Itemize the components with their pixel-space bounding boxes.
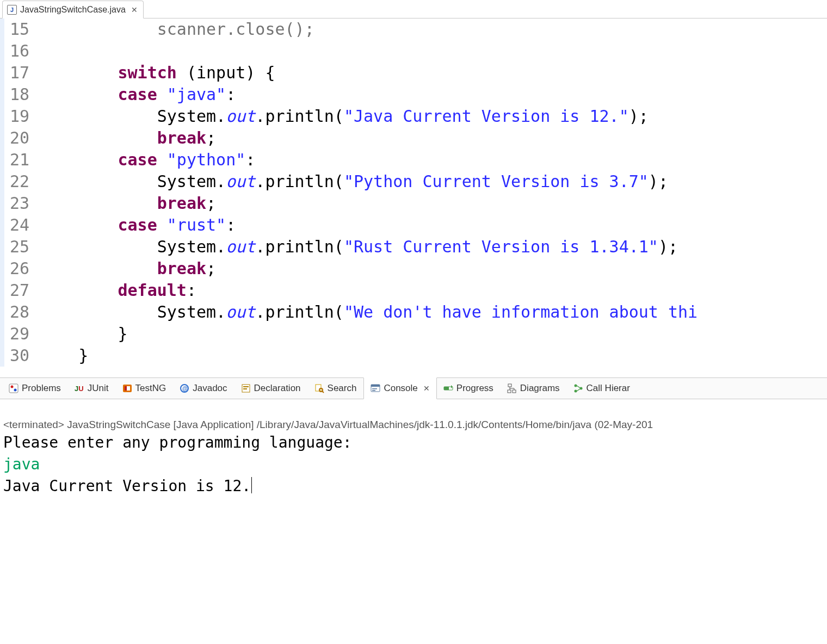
svg-rect-16 <box>371 385 380 387</box>
code-content[interactable]: System.out.println("Python Current Versi… <box>39 171 668 193</box>
svg-rect-17 <box>372 388 377 389</box>
line-number: 21 <box>0 149 39 171</box>
junit-icon: JU <box>75 383 84 393</box>
code-content[interactable]: scanner.close(); <box>39 18 314 40</box>
svg-rect-23 <box>508 390 511 393</box>
line-number: 26 <box>0 258 39 280</box>
console-line: Java Current Version is 12. <box>3 475 824 497</box>
code-line[interactable]: 20 break; <box>0 127 827 149</box>
code-line[interactable]: 27 default: <box>0 280 827 301</box>
svg-point-2 <box>14 389 17 392</box>
view-tab-search[interactable]: Search <box>308 378 364 399</box>
svg-line-14 <box>322 391 324 393</box>
code-editor[interactable]: 15 scanner.close();1617 switch (input) {… <box>0 18 827 377</box>
code-content[interactable]: break; <box>39 193 216 214</box>
line-number: 17 <box>0 62 39 84</box>
code-content[interactable]: } <box>39 323 128 345</box>
code-line[interactable]: 19 System.out.println("Java Current Vers… <box>0 106 827 127</box>
view-tab-label: Search <box>328 383 357 394</box>
code-content[interactable]: break; <box>39 258 216 280</box>
svg-point-28 <box>574 390 577 393</box>
code-line[interactable]: 15 scanner.close(); <box>0 18 827 40</box>
code-line[interactable]: 16 <box>0 40 827 62</box>
problems-icon <box>9 383 18 393</box>
svg-rect-12 <box>316 385 321 391</box>
testng-icon <box>122 383 132 393</box>
editor-tab-filename: JavaStringSwitchCase.java <box>20 5 126 15</box>
code-line[interactable]: 28 System.out.println("We don't have inf… <box>0 301 827 323</box>
line-number: 29 <box>0 323 39 345</box>
view-tab-console[interactable]: Console✕ <box>363 377 436 399</box>
line-number: 23 <box>0 193 39 214</box>
view-tab-label: Progress <box>456 383 493 394</box>
console-status: <terminated> JavaStringSwitchCase [Java … <box>3 419 824 431</box>
code-line[interactable]: 25 System.out.println("Rust Current Vers… <box>0 236 827 258</box>
code-content[interactable]: System.out.println("Java Current Version… <box>39 106 649 127</box>
line-number: 18 <box>0 84 39 106</box>
svg-point-1 <box>11 386 14 388</box>
code-content[interactable]: break; <box>39 127 216 149</box>
view-tab-label: Declaration <box>254 383 301 394</box>
console-view[interactable]: <terminated> JavaStringSwitchCase [Java … <box>0 399 827 644</box>
text-cursor <box>251 477 252 493</box>
code-line[interactable]: 29 } <box>0 323 827 345</box>
editor-tabbar: J JavaStringSwitchCase.java ✕ <box>0 0 827 18</box>
view-tab-call-hierar[interactable]: Call Hierar <box>567 378 637 399</box>
svg-rect-6 <box>125 386 127 391</box>
view-tab-label: JUnit <box>88 383 109 394</box>
view-tab-label: Call Hierar <box>587 383 630 394</box>
view-tab-problems[interactable]: Problems <box>2 378 68 399</box>
view-tab-label: Diagrams <box>520 383 560 394</box>
line-number: 20 <box>0 127 39 149</box>
line-number: 25 <box>0 236 39 258</box>
code-line[interactable]: 23 break; <box>0 193 827 214</box>
code-line[interactable]: 18 case "java": <box>0 84 827 106</box>
declaration-icon <box>241 383 251 393</box>
view-tab-javadoc[interactable]: @Javadoc <box>173 378 234 399</box>
line-number: 16 <box>0 40 39 62</box>
console-line: Please enter any programming language: <box>3 432 824 454</box>
code-content[interactable]: case "java": <box>39 84 236 106</box>
line-number: 15 <box>0 18 39 40</box>
console-icon <box>371 383 380 393</box>
svg-rect-22 <box>513 390 516 393</box>
close-icon[interactable]: ✕ <box>423 384 430 393</box>
code-line[interactable]: 21 case "python": <box>0 149 827 171</box>
progress-icon <box>443 383 453 393</box>
svg-rect-18 <box>372 390 375 391</box>
svg-rect-20 <box>444 387 449 390</box>
svg-rect-21 <box>508 384 511 387</box>
svg-line-31 <box>577 389 580 391</box>
code-line[interactable]: 26 break; <box>0 258 827 280</box>
editor-tab[interactable]: J JavaStringSwitchCase.java ✕ <box>2 1 144 18</box>
code-content[interactable]: case "python": <box>39 149 255 171</box>
code-content[interactable]: System.out.println("Rust Current Version… <box>39 236 678 258</box>
code-content[interactable]: case "rust": <box>39 214 236 236</box>
code-content[interactable]: System.out.println("We don't have inform… <box>39 301 698 323</box>
svg-point-27 <box>574 385 577 387</box>
view-tab-label: TestNG <box>135 383 166 394</box>
view-tab-junit[interactable]: JUJUnit <box>68 378 116 399</box>
line-number: 22 <box>0 171 39 193</box>
search-icon <box>314 383 324 393</box>
view-tab-diagrams[interactable]: Diagrams <box>501 378 567 399</box>
code-line[interactable]: 24 case "rust": <box>0 214 827 236</box>
diagrams-icon <box>507 383 517 393</box>
code-content[interactable]: } <box>39 345 88 367</box>
svg-text:@: @ <box>182 386 188 392</box>
view-tab-testng[interactable]: TestNG <box>116 378 174 399</box>
code-content[interactable]: switch (input) { <box>39 62 275 84</box>
svg-line-30 <box>577 386 580 388</box>
code-line[interactable]: 30 } <box>0 345 827 367</box>
close-icon[interactable]: ✕ <box>131 5 138 14</box>
svg-rect-10 <box>243 386 249 387</box>
code-line[interactable]: 17 switch (input) { <box>0 62 827 84</box>
code-content[interactable]: default: <box>39 280 196 301</box>
view-tab-progress[interactable]: Progress <box>437 378 501 399</box>
view-tab-declaration[interactable]: Declaration <box>234 378 308 399</box>
line-number: 19 <box>0 106 39 127</box>
line-number: 27 <box>0 280 39 301</box>
line-number: 28 <box>0 301 39 323</box>
console-line: java <box>3 454 824 475</box>
code-line[interactable]: 22 System.out.println("Python Current Ve… <box>0 171 827 193</box>
